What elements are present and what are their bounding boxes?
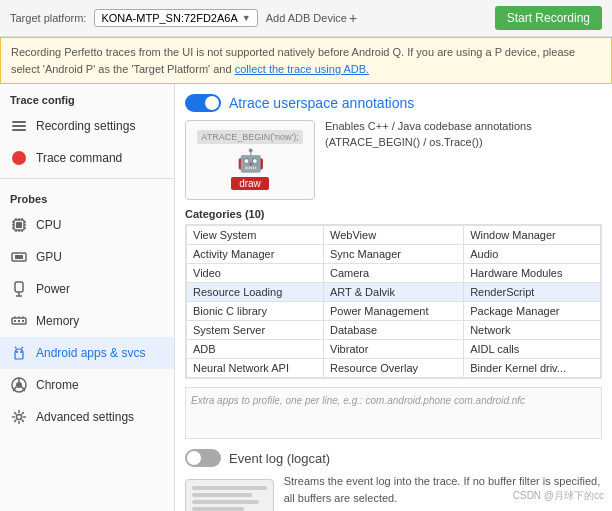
svg-line-33 [22, 347, 24, 349]
svg-rect-24 [14, 320, 16, 322]
target-value: KONA-MTP_SN:72FD2A6A [101, 12, 237, 24]
sidebar-item-gpu[interactable]: GPU [0, 241, 174, 273]
category-cell[interactable]: Network [464, 321, 601, 340]
recording-settings-label: Recording settings [36, 119, 135, 133]
category-cell[interactable]: Sync Manager [324, 245, 464, 264]
category-cell[interactable]: Binder Kernel driv... [464, 359, 601, 378]
svg-rect-5 [16, 222, 22, 228]
divider-1 [0, 178, 174, 179]
category-cell[interactable]: Activity Manager [187, 245, 324, 264]
sidebar-item-memory[interactable]: Memory [0, 305, 174, 337]
sidebar-item-android-apps[interactable]: Android apps & svcs [0, 337, 174, 369]
atrace-illustration: ATRACE_BEGIN('now'); 🤖 draw [185, 120, 315, 200]
app-container: Target platform: KONA-MTP_SN:72FD2A6A ▼ … [0, 0, 612, 511]
svg-point-31 [20, 351, 22, 353]
chrome-icon [10, 376, 28, 394]
top-bar: Target platform: KONA-MTP_SN:72FD2A6A ▼ … [0, 0, 612, 37]
trace-command-icon [10, 149, 28, 167]
category-cell[interactable]: Hardware Modules [464, 264, 601, 283]
atrace-desc-line1: Enables C++ / Java codebase annotations [325, 120, 532, 132]
category-cell[interactable]: ART & Dalvik [324, 283, 464, 302]
category-cell[interactable]: Database [324, 321, 464, 340]
gpu-label: GPU [36, 250, 62, 264]
event-log-header: Event log (logcat) [185, 449, 602, 467]
svg-rect-1 [12, 125, 26, 127]
target-label: Target platform: [10, 12, 86, 24]
settings-icon [10, 408, 28, 426]
event-log-toggle[interactable] [185, 449, 221, 467]
category-cell[interactable]: Neural Network API [187, 359, 324, 378]
svg-rect-20 [15, 282, 23, 292]
atrace-draw-label: draw [231, 177, 269, 190]
sidebar: Trace config Recording settings [0, 84, 175, 511]
categories-table-container[interactable]: View SystemWebViewWindow ManagerActivity… [185, 224, 602, 379]
chevron-down-icon: ▼ [242, 13, 251, 23]
extra-apps-textarea[interactable]: Extra apps to profile, one per line, e.g… [185, 387, 602, 439]
categories-section: Categories (10) View SystemWebViewWindow… [185, 208, 602, 439]
sidebar-item-power[interactable]: Power [0, 273, 174, 305]
android-apps-label: Android apps & svcs [36, 346, 145, 360]
start-recording-button[interactable]: Start Recording [495, 6, 602, 30]
category-cell[interactable]: Vibrator [324, 340, 464, 359]
category-cell[interactable]: Resource Overlay [324, 359, 464, 378]
power-label: Power [36, 282, 70, 296]
category-cell[interactable]: Resource Loading [187, 283, 324, 302]
category-cell[interactable]: Bionic C library [187, 302, 324, 321]
power-icon [10, 280, 28, 298]
gpu-icon [10, 248, 28, 266]
sidebar-item-chrome[interactable]: Chrome [0, 369, 174, 401]
svg-rect-0 [12, 121, 26, 123]
category-cell[interactable]: Window Manager [464, 226, 601, 245]
watermark: CSDN @月球下的cc [513, 489, 604, 503]
advanced-settings-label: Advanced settings [36, 410, 134, 424]
content-area: Atrace userspace annotations ATRACE_BEGI… [175, 84, 612, 511]
categories-left: Categories (10) View SystemWebViewWindow… [185, 208, 602, 439]
add-adb-label: Add ADB Device [266, 12, 347, 24]
svg-rect-2 [12, 129, 26, 131]
chrome-label: Chrome [36, 378, 79, 392]
atrace-title: Atrace userspace annotations [229, 95, 414, 111]
svg-rect-26 [22, 320, 24, 322]
category-cell[interactable]: WebView [324, 226, 464, 245]
event-log-title: Event log (logcat) [229, 451, 330, 466]
memory-label: Memory [36, 314, 79, 328]
svg-point-3 [12, 151, 26, 165]
svg-rect-19 [15, 255, 23, 259]
probes-section-label: Probes [0, 183, 174, 209]
target-select[interactable]: KONA-MTP_SN:72FD2A6A ▼ [94, 9, 257, 27]
atrace-code-snippet: ATRACE_BEGIN('now'); [197, 130, 302, 144]
sidebar-item-trace-command[interactable]: Trace command [0, 142, 174, 174]
recording-settings-icon [10, 117, 28, 135]
category-cell[interactable]: View System [187, 226, 324, 245]
atrace-description: Enables C++ / Java codebase annotations … [325, 120, 532, 200]
categories-table: View SystemWebViewWindow ManagerActivity… [186, 225, 601, 378]
plus-icon: + [349, 10, 357, 26]
atrace-toggle[interactable] [185, 94, 221, 112]
category-cell[interactable]: Audio [464, 245, 601, 264]
warning-link[interactable]: collect the trace using ADB. [235, 63, 370, 75]
atrace-header: Atrace userspace annotations [185, 94, 602, 112]
category-cell[interactable]: AIDL calls [464, 340, 601, 359]
category-cell[interactable]: Video [187, 264, 324, 283]
category-cell[interactable]: ADB [187, 340, 324, 359]
memory-icon [10, 312, 28, 330]
sidebar-item-advanced-settings[interactable]: Advanced settings [0, 401, 174, 433]
add-adb-button[interactable]: Add ADB Device + [266, 10, 358, 26]
toggle-knob [205, 96, 219, 110]
category-cell[interactable]: Package Manager [464, 302, 601, 321]
category-cell[interactable]: System Server [187, 321, 324, 340]
svg-rect-25 [18, 320, 20, 322]
svg-point-35 [16, 382, 22, 388]
svg-line-32 [15, 347, 17, 349]
category-cell[interactable]: Camera [324, 264, 464, 283]
category-cell[interactable]: Power Management [324, 302, 464, 321]
sidebar-item-recording-settings[interactable]: Recording settings [0, 110, 174, 142]
robot-illustration: 🤖 [237, 148, 264, 174]
svg-point-30 [16, 351, 18, 353]
category-cell[interactable]: RenderScript [464, 283, 601, 302]
android-icon [10, 344, 28, 362]
trace-config-section-label: Trace config [0, 84, 174, 110]
categories-header: Categories (10) [185, 208, 602, 220]
atrace-body: ATRACE_BEGIN('now'); 🤖 draw Enables C++ … [185, 120, 602, 200]
sidebar-item-cpu[interactable]: CPU [0, 209, 174, 241]
